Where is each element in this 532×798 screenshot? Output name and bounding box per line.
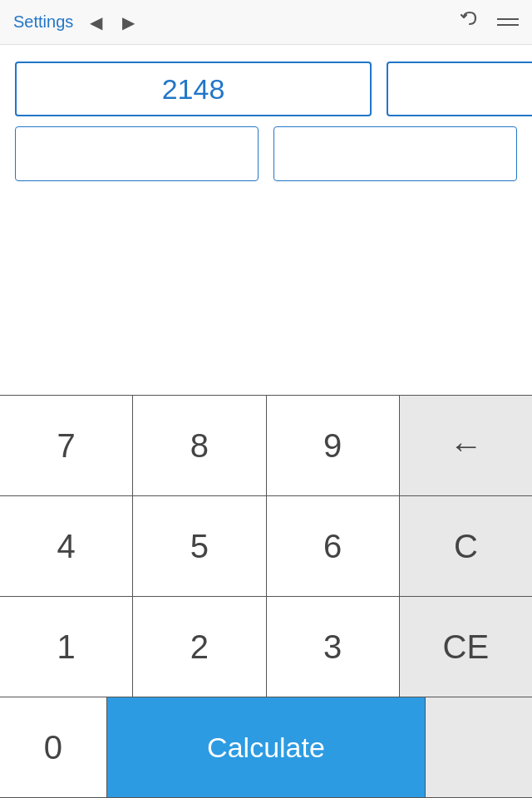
input-field-2[interactable] <box>387 62 532 116</box>
settings-button[interactable]: Settings <box>13 12 73 32</box>
keypad-row-4: 0 Calculate <box>0 697 532 798</box>
input-field-1[interactable] <box>15 62 372 116</box>
key-3[interactable]: 3 <box>267 597 400 697</box>
keypad-row-3: 1 2 3 CE <box>0 597 532 697</box>
input-row-bottom <box>15 126 517 181</box>
menu-line-2 <box>497 24 519 26</box>
left-arrow-button[interactable]: ◀ <box>90 12 102 32</box>
undo-button[interactable] <box>459 9 480 36</box>
result-field-2 <box>273 126 517 181</box>
key-4[interactable]: 4 <box>0 496 133 596</box>
key-0[interactable]: 0 <box>0 697 107 797</box>
key-empty <box>426 697 532 797</box>
input-area <box>0 45 532 395</box>
key-ce[interactable]: CE <box>400 597 532 697</box>
menu-button[interactable] <box>497 18 519 26</box>
keypad-row-2: 4 5 6 C <box>0 496 532 597</box>
key-7[interactable]: 7 <box>0 396 133 495</box>
key-backspace[interactable]: ← <box>400 396 532 495</box>
input-row-top <box>15 62 517 116</box>
keypad-row-1: 7 8 9 ← <box>0 396 532 496</box>
key-6[interactable]: 6 <box>267 496 400 596</box>
key-8[interactable]: 8 <box>133 396 266 495</box>
key-5[interactable]: 5 <box>133 496 266 596</box>
key-clear[interactable]: C <box>400 496 532 596</box>
key-calculate[interactable]: Calculate <box>107 697 426 797</box>
header: Settings ◀ ▶ <box>0 0 532 45</box>
key-2[interactable]: 2 <box>133 597 266 697</box>
keypad: 7 8 9 ← 4 5 6 C 1 2 3 CE 0 Calculate <box>0 395 532 798</box>
result-field-1 <box>15 126 259 181</box>
right-arrow-button[interactable]: ▶ <box>122 12 135 32</box>
key-9[interactable]: 9 <box>267 396 400 495</box>
menu-line-1 <box>497 18 519 20</box>
header-left: Settings ◀ ▶ <box>13 12 135 32</box>
header-nav: ◀ ▶ <box>90 12 135 32</box>
header-right <box>459 9 519 36</box>
key-1[interactable]: 1 <box>0 597 133 697</box>
